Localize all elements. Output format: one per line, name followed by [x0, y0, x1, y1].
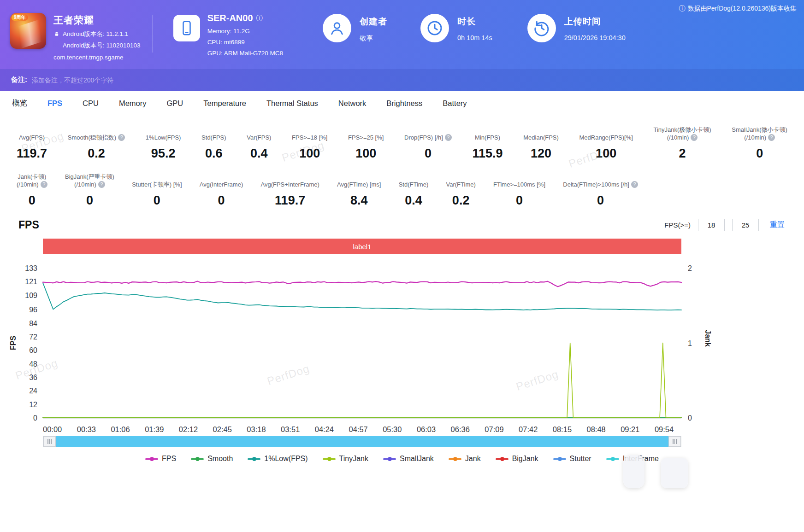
app-texts: 王者荣耀 Android版本名: 11.2.1.1 Android版本号: 11… — [53, 13, 141, 61]
help-icon[interactable]: ? — [631, 181, 638, 188]
legend-label: Smooth — [207, 455, 233, 463]
floating-overlay — [623, 455, 644, 488]
svg-text:96: 96 — [29, 306, 37, 314]
stat-std-fps: Std(FPS)0.6 — [201, 126, 226, 161]
user-icon — [323, 14, 351, 42]
duration-label: 时长 — [457, 16, 492, 28]
tab-thermal-status[interactable]: Thermal Status — [266, 99, 318, 108]
stat-1%low-fps: 1%Low(FPS)95.2 — [146, 126, 181, 161]
legend-marker-icon — [145, 456, 158, 461]
legend-marker-icon — [191, 456, 204, 461]
tab-network[interactable]: Network — [338, 99, 367, 108]
legend-item-smalljank[interactable]: SmallJank — [383, 455, 434, 463]
legend-marker-icon — [248, 456, 260, 461]
fps-threshold-label: FPS(>=) — [664, 221, 691, 229]
svg-text:60: 60 — [29, 346, 37, 354]
stat-value: 0.4 — [399, 193, 429, 208]
stat-medrange-fps-%: MedRange(FPS)[%]100 — [579, 126, 633, 161]
fps-section-header: FPS FPS(>=) 重置 — [0, 219, 804, 231]
series-fps — [43, 281, 681, 287]
legend-item-stutter[interactable]: Stutter — [553, 455, 591, 463]
stat-avg-interframe: Avg(InterFrame)0 — [200, 173, 243, 208]
stats-row-1: Avg(FPS)119.7Smooth(稳顿指数)?0.21%Low(FPS)9… — [0, 126, 804, 161]
legend-label: SmallJank — [400, 455, 434, 463]
tab-fps[interactable]: FPS — [47, 99, 62, 108]
tab-temperature[interactable]: Temperature — [203, 99, 246, 108]
chart-label-banner: label1 — [43, 239, 681, 254]
legend-item-tinyjank[interactable]: TinyJank — [323, 455, 368, 463]
fps-threshold-input-2[interactable] — [732, 219, 759, 231]
tab-memory[interactable]: Memory — [119, 99, 147, 108]
chart-scrollbar[interactable] — [43, 436, 681, 447]
legend-label: 1%Low(FPS) — [264, 455, 307, 463]
legend-item-1%low-fps[interactable]: 1%Low(FPS) — [248, 455, 307, 463]
legend-marker-icon — [496, 456, 508, 461]
stat-value: 100 — [579, 146, 633, 161]
upload-time-value: 29/01/2026 19:04:30 — [564, 34, 626, 41]
fps-section-title: FPS — [18, 219, 39, 231]
legend-item-fps[interactable]: FPS — [145, 455, 176, 463]
app-icon: 9周年 — [10, 13, 46, 49]
stat-value: 0.6 — [201, 146, 226, 161]
stat-value: 0 — [404, 146, 452, 161]
clock-icon — [420, 14, 449, 42]
legend-item-jank[interactable]: Jank — [449, 455, 481, 463]
stat-value: 0 — [17, 193, 47, 208]
help-icon[interactable]: ? — [691, 134, 698, 141]
help-icon[interactable]: ? — [768, 134, 775, 141]
stat-value: 120 — [523, 146, 559, 161]
device-info-icon[interactable]: ⓘ — [256, 14, 263, 23]
legend-label: FPS — [162, 455, 176, 463]
stat-value: 95.2 — [146, 146, 181, 161]
duration-value: 0h 10m 14s — [457, 34, 492, 41]
note-bar: 备注: — [0, 69, 804, 91]
svg-text:FPS: FPS — [9, 336, 17, 350]
stat-std-ftime: Std(FTime)0.4 — [399, 173, 429, 208]
reset-button[interactable]: 重置 — [770, 220, 785, 230]
tab-概览[interactable]: 概览 — [12, 98, 27, 108]
stat-avg-fps: Avg(FPS)119.7 — [17, 126, 47, 161]
help-icon[interactable]: ? — [98, 181, 105, 188]
fps-threshold-input-1[interactable] — [698, 219, 725, 231]
svg-text:06:03: 06:03 — [417, 425, 436, 433]
svg-text:01:06: 01:06 — [111, 425, 130, 433]
legend-marker-icon — [449, 456, 461, 461]
stat-value: 0.4 — [247, 146, 271, 161]
creator-value: 敬享 — [360, 34, 387, 43]
stat-value: 0.2 — [446, 193, 476, 208]
svg-text:36: 36 — [29, 374, 37, 381]
stat-delta-ftime-100ms-h: Delta(FTime)>100ms [/h]?0 — [563, 173, 638, 208]
legend-marker-icon — [606, 456, 619, 461]
fps-chart[interactable]: 0122436486072849610912113301200:0000:330… — [0, 254, 804, 435]
svg-text:04:24: 04:24 — [315, 425, 334, 433]
svg-text:03:18: 03:18 — [247, 425, 266, 433]
legend-item-smooth[interactable]: Smooth — [191, 455, 233, 463]
scrollbar-right-handle[interactable] — [668, 436, 681, 447]
scrollbar-left-handle[interactable] — [43, 436, 56, 447]
stat-value: 0 — [493, 193, 545, 208]
tab-battery[interactable]: Battery — [443, 99, 467, 108]
legend-item-bigjank[interactable]: BigJank — [496, 455, 538, 463]
svg-text:133: 133 — [25, 264, 37, 272]
svg-text:09:21: 09:21 — [621, 425, 639, 433]
help-icon[interactable]: ? — [118, 134, 125, 141]
svg-text:84: 84 — [29, 320, 37, 327]
stat-jank-卡顿: Jank(卡顿)(/10min)?0 — [17, 173, 47, 208]
scrollbar-track[interactable] — [56, 436, 668, 447]
svg-text:72: 72 — [29, 333, 37, 341]
stat-value: 0 — [732, 146, 787, 161]
duration-block: 时长 0h 10m 14s — [420, 13, 492, 42]
svg-text:07:09: 07:09 — [485, 425, 503, 433]
svg-text:48: 48 — [29, 360, 37, 368]
help-icon[interactable]: ? — [41, 181, 47, 188]
note-input[interactable] — [32, 76, 216, 84]
history-clock-icon — [527, 14, 556, 42]
svg-text:08:48: 08:48 — [586, 425, 605, 433]
svg-text:109: 109 — [25, 292, 37, 299]
tab-cpu[interactable]: CPU — [83, 99, 99, 108]
help-icon[interactable]: ? — [445, 134, 452, 141]
svg-text:02:12: 02:12 — [179, 425, 198, 433]
upload-time-block: 上传时间 29/01/2026 19:04:30 — [527, 13, 626, 42]
tab-gpu[interactable]: GPU — [167, 99, 183, 108]
tab-brightness[interactable]: Brightness — [386, 99, 422, 108]
